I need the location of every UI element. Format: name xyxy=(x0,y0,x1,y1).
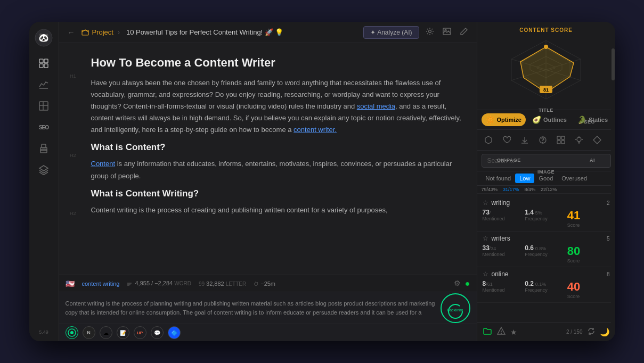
keyword-link[interactable]: content writing xyxy=(82,280,120,287)
editor-wrapper: H1 H2 H2 How To Become a Content Writer … xyxy=(59,43,477,275)
keyword-name-online: online xyxy=(492,270,509,278)
svg-rect-10 xyxy=(40,150,47,153)
kw-score-writing: 41 Score xyxy=(567,209,610,228)
backlinko-widget[interactable]: Backlinko xyxy=(441,293,470,323)
keyword-name-writers: writers xyxy=(492,235,510,242)
ai-icons-row: N ☁ 📝 UP 💬 🔷 xyxy=(59,324,477,341)
svg-rect-2 xyxy=(39,59,43,63)
star-icon-bottom[interactable]: ★ xyxy=(510,328,517,336)
status-bar: 🇺🇸 content writing 4,955 / −2,284 WORD 9… xyxy=(59,275,477,292)
edit-icon-button[interactable] xyxy=(458,25,470,40)
status-indicator: ● xyxy=(465,279,470,288)
ai-text: Content writing is the process of planni… xyxy=(66,299,436,317)
radar-chart: 81 TITLE SEO AI IMAGE ON-PAGE xyxy=(493,35,599,104)
main-area: ← Project › 10 Powerful Tips for Perfect… xyxy=(59,22,477,341)
status-actions: ⚙ ● xyxy=(454,279,470,288)
back-button[interactable]: ← xyxy=(66,26,77,39)
settings-icon-button[interactable] xyxy=(423,25,436,40)
keyword-star-online[interactable]: ☆ xyxy=(483,270,488,278)
svg-rect-7 xyxy=(39,102,48,110)
radar-label-ai: AI xyxy=(590,158,595,163)
kw-score-writers: 80 Score xyxy=(567,244,610,263)
ai-bar: Content writing is the process of planni… xyxy=(59,292,477,324)
right-panel: CONTENT SCORE xyxy=(477,22,615,341)
sidebar: 🐼 SEO xyxy=(29,22,59,341)
content-score-section: CONTENT SCORE xyxy=(477,22,615,110)
project-link[interactable]: Project xyxy=(81,28,113,36)
count-overused: 22/12% xyxy=(541,187,557,192)
right-panel-bottom: ★ 2 / 150 🌙 xyxy=(477,322,615,341)
radar-label-image: IMAGE xyxy=(537,169,555,175)
svg-point-15 xyxy=(428,30,431,32)
heading-what-is-content-writing: What is Content Writing? xyxy=(91,188,466,199)
sidebar-icon-seo[interactable]: SEO xyxy=(34,118,53,137)
article-title: How To Become a Content Writer xyxy=(91,56,466,70)
keyword-star-writing[interactable]: ☆ xyxy=(483,199,488,207)
word-count: 4,955 / −2,284 WORD xyxy=(127,280,191,286)
editor-content[interactable]: How To Become a Content Writer Have you … xyxy=(80,43,477,275)
count-low: 31/17% xyxy=(503,187,519,192)
app-version: 5.49 xyxy=(39,329,48,335)
paragraph-1: Have you always been the one chosen by f… xyxy=(91,77,466,136)
svg-text:81: 81 xyxy=(543,87,549,93)
sidebar-icon-layers[interactable] xyxy=(34,96,53,116)
analyze-button[interactable]: ✦ Analyze (AI) xyxy=(363,26,419,39)
radar-label-onpage: ON-PAGE xyxy=(497,158,521,163)
sidebar-icon-print[interactable] xyxy=(34,139,53,158)
ai-circle-icon-4[interactable]: 📝 xyxy=(117,326,129,339)
radar-label-seo: SEO xyxy=(584,119,595,125)
bottom-right-actions: 2 / 150 🌙 xyxy=(566,327,610,337)
page-count: 2 / 150 xyxy=(566,329,583,335)
backlinko-button[interactable]: Backlinko xyxy=(441,293,470,323)
count-good: 8/4% xyxy=(525,187,536,192)
kw-mentioned-writing: 73/ Mentioned xyxy=(483,209,525,228)
settings-status-icon[interactable]: ⚙ xyxy=(454,279,461,288)
sidebar-icon-grid[interactable] xyxy=(34,54,53,73)
refresh-icon[interactable] xyxy=(587,327,596,337)
svg-point-20 xyxy=(70,331,74,334)
sidebar-icon-chart[interactable] xyxy=(34,75,53,94)
svg-rect-5 xyxy=(44,64,48,68)
kw-frequency-writers: 0.6 0.8% Frequency xyxy=(525,244,567,263)
letter-count: 99 32,882 LETTER xyxy=(199,280,246,287)
keyword-item-writers: ☆ writers 5 33/34 Mentioned 0.6 0.8% Fre… xyxy=(477,232,615,267)
document-title: 10 Powerful Tips for Perfect Content Wri… xyxy=(126,28,284,36)
social-media-link[interactable]: social media xyxy=(357,102,395,110)
score-title: CONTENT SCORE xyxy=(483,27,610,33)
ai-circle-icon-1[interactable] xyxy=(66,326,78,339)
keyword-star-writers[interactable]: ☆ xyxy=(483,235,488,242)
kw-frequency-writing: 1.4 5% Frequency xyxy=(525,209,567,228)
kw-frequency-online: 0.2 0.1% Frequency xyxy=(525,280,567,299)
kw-score-online: 40 Score xyxy=(567,280,610,299)
folder-icon[interactable] xyxy=(483,326,492,338)
topbar-actions: ✦ Analyze (AI) xyxy=(363,25,470,40)
app-logo[interactable]: 🐼 xyxy=(34,28,53,47)
svg-marker-13 xyxy=(39,166,48,171)
kw-mentioned-writers: 33/34 Mentioned xyxy=(483,244,525,263)
ai-circle-icon-3[interactable]: ☁ xyxy=(100,326,112,339)
svg-rect-3 xyxy=(44,59,48,63)
heading-what-is-content: What is Content? xyxy=(91,142,466,153)
content-writer-link[interactable]: content writer. xyxy=(294,126,337,134)
keyword-badge-writing: 2 xyxy=(607,200,610,206)
paragraph-2: Content is any information that educates… xyxy=(91,158,466,182)
moon-icon[interactable]: 🌙 xyxy=(600,327,610,337)
alert-icon[interactable] xyxy=(496,326,506,338)
svg-text:🐼: 🐼 xyxy=(38,32,49,43)
image-icon-button[interactable] xyxy=(441,25,453,40)
kw-mentioned-online: 8/61 Mentioned xyxy=(483,280,525,299)
editor-gutter: H1 H2 H2 xyxy=(59,43,80,275)
ai-circle-icon-7[interactable]: 🔷 xyxy=(168,326,181,339)
ai-circle-icon-6[interactable]: 💬 xyxy=(151,326,164,339)
count-not-found: 79/43% xyxy=(482,187,498,192)
svg-rect-4 xyxy=(39,64,43,68)
keyword-item-online: ☆ online 8 8/61 Mentioned 0.2 0.1% Frequ… xyxy=(477,267,615,303)
content-link[interactable]: Content xyxy=(91,160,116,168)
ai-circle-icon-2[interactable]: N xyxy=(83,326,95,339)
ai-circle-icon-5[interactable]: UP xyxy=(134,326,146,339)
radar-label-title: TITLE xyxy=(539,108,553,113)
sidebar-icon-stack[interactable] xyxy=(34,160,53,179)
keywords-list: ☆ writing 2 73/ Mentioned 1.4 5% Frequen… xyxy=(477,194,615,322)
language-flag[interactable]: 🇺🇸 xyxy=(66,279,75,288)
svg-point-49 xyxy=(501,333,501,333)
